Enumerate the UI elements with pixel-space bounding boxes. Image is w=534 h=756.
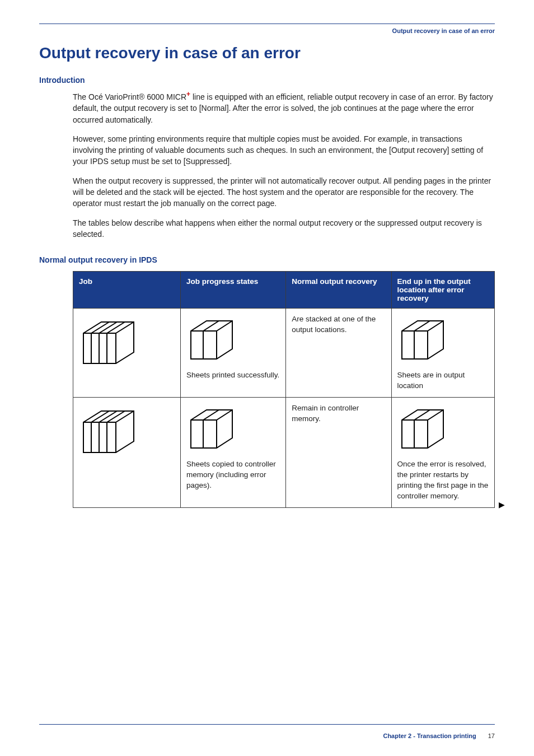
paper-stack-icon	[79, 314, 140, 369]
running-header: Output recovery in case of an error	[39, 27, 495, 34]
page-footer: Chapter 2 - Transaction printing 17	[383, 732, 495, 739]
intro-p2: However, some printing environments requ…	[73, 133, 495, 167]
table-wrapper: Job Job progress states Normal output re…	[39, 271, 495, 507]
cell-progress-2-caption: Sheets copied to controller memory (incl…	[186, 459, 280, 491]
table-heading: Normal output recovery in IPDS	[39, 255, 495, 264]
th-progress: Job progress states	[181, 272, 286, 309]
th-recovery: Normal output recovery	[286, 272, 391, 309]
th-endup: End up in the output location after erro…	[391, 272, 495, 309]
cell-endup-2: Once the error is resolved, the printer …	[391, 398, 495, 508]
cell-job-2	[73, 398, 181, 508]
cell-recovery-2: Remain in controller memory.	[286, 398, 391, 508]
plus-superscript: +	[186, 90, 190, 98]
intro-heading: Introduction	[39, 76, 495, 85]
paper-stack-icon	[186, 314, 238, 365]
continue-arrow-icon: ▶	[499, 500, 505, 509]
paper-stack-icon	[79, 403, 140, 458]
table-row: Sheets copied to controller memory (incl…	[73, 398, 495, 508]
table-header-row: Job Job progress states Normal output re…	[73, 272, 495, 309]
cell-progress-2: Sheets copied to controller memory (incl…	[181, 398, 286, 508]
intro-p4: The tables below describe what happens w…	[73, 217, 495, 240]
cell-progress-1: Sheets printed successfully.	[181, 309, 286, 398]
th-job: Job	[73, 272, 181, 309]
footer-chapter: Chapter 2 - Transaction printing	[383, 732, 476, 739]
footer-rule	[39, 724, 495, 725]
intro-p1: The Océ VarioPrint® 6000 MICR+ line is e…	[73, 91, 495, 125]
table-row: Sheets printed successfully. Are stacked…	[73, 309, 495, 398]
intro-p3: When the output recovery is suppressed, …	[73, 175, 495, 209]
page-title: Output recovery in case of an error	[39, 44, 495, 62]
cell-endup-1-caption: Sheets are in output location	[397, 370, 489, 391]
paper-stack-icon	[397, 314, 449, 365]
paper-stack-icon	[186, 403, 238, 454]
top-rule	[39, 24, 495, 24]
intro-p1-a: The Océ VarioPrint® 6000 MICR	[73, 92, 186, 101]
intro-body: The Océ VarioPrint® 6000 MICR+ line is e…	[39, 91, 495, 240]
cell-job-1	[73, 309, 181, 398]
cell-recovery-1: Are stacked at one of the output locatio…	[286, 309, 391, 398]
paper-stack-icon	[397, 403, 449, 454]
ipds-table: Job Job progress states Normal output re…	[73, 271, 495, 507]
footer-page-number: 17	[488, 732, 495, 739]
cell-progress-1-caption: Sheets printed successfully.	[186, 370, 280, 381]
cell-endup-1: Sheets are in output location	[391, 309, 495, 398]
cell-endup-2-caption: Once the error is resolved, the printer …	[397, 459, 489, 502]
